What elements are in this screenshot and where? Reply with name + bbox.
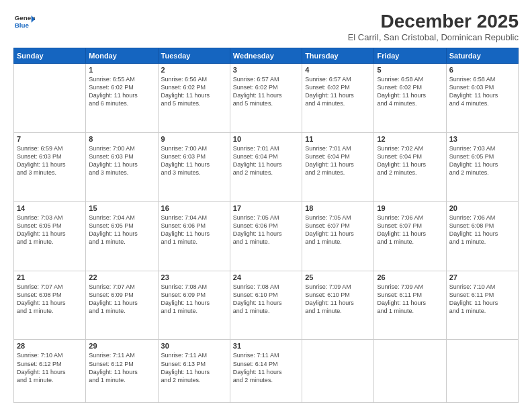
logo-icon: General Blue xyxy=(13,11,35,32)
calendar-cell: 6Sunrise: 6:58 AM Sunset: 6:03 PM Daylig… xyxy=(446,64,518,133)
day-info: Sunrise: 6:58 AM Sunset: 6:02 PM Dayligh… xyxy=(377,75,443,108)
calendar-cell: 24Sunrise: 7:08 AM Sunset: 6:10 PM Dayli… xyxy=(230,271,302,340)
day-number: 4 xyxy=(305,66,371,74)
calendar-cell: 27Sunrise: 7:10 AM Sunset: 6:11 PM Dayli… xyxy=(446,271,518,340)
day-number: 2 xyxy=(161,66,227,74)
day-info: Sunrise: 7:08 AM Sunset: 6:10 PM Dayligh… xyxy=(233,283,299,316)
day-number: 16 xyxy=(161,204,227,212)
day-number: 12 xyxy=(377,135,443,143)
day-number: 17 xyxy=(233,204,299,212)
page: General Blue December 2025 El Carril, Sa… xyxy=(0,0,532,411)
svg-text:Blue: Blue xyxy=(15,21,30,29)
day-number: 6 xyxy=(449,66,515,74)
week-row-3: 21Sunrise: 7:07 AM Sunset: 6:08 PM Dayli… xyxy=(14,271,519,340)
calendar-cell: 26Sunrise: 7:09 AM Sunset: 6:11 PM Dayli… xyxy=(374,271,446,340)
calendar-cell: 14Sunrise: 7:03 AM Sunset: 6:05 PM Dayli… xyxy=(14,201,86,271)
weekday-header-thursday: Thursday xyxy=(302,48,374,64)
calendar-cell: 18Sunrise: 7:05 AM Sunset: 6:07 PM Dayli… xyxy=(302,201,374,271)
weekday-header-saturday: Saturday xyxy=(446,48,518,64)
calendar-cell: 12Sunrise: 7:02 AM Sunset: 6:04 PM Dayli… xyxy=(374,132,446,201)
day-info: Sunrise: 7:04 AM Sunset: 6:05 PM Dayligh… xyxy=(89,214,154,246)
day-info: Sunrise: 7:06 AM Sunset: 6:08 PM Dayligh… xyxy=(449,214,515,246)
day-info: Sunrise: 7:02 AM Sunset: 6:04 PM Dayligh… xyxy=(377,144,443,177)
day-number: 15 xyxy=(89,204,154,212)
calendar-cell: 7Sunrise: 6:59 AM Sunset: 6:03 PM Daylig… xyxy=(14,132,86,201)
day-number: 1 xyxy=(89,66,154,74)
calendar-cell: 13Sunrise: 7:03 AM Sunset: 6:05 PM Dayli… xyxy=(446,132,518,201)
calendar-cell xyxy=(14,64,86,133)
day-info: Sunrise: 7:09 AM Sunset: 6:10 PM Dayligh… xyxy=(305,283,371,316)
calendar-cell: 1Sunrise: 6:55 AM Sunset: 6:02 PM Daylig… xyxy=(86,64,158,133)
day-info: Sunrise: 6:56 AM Sunset: 6:02 PM Dayligh… xyxy=(161,75,227,108)
calendar-cell: 8Sunrise: 7:00 AM Sunset: 6:03 PM Daylig… xyxy=(86,132,158,201)
day-number: 25 xyxy=(305,273,371,281)
calendar-cell: 29Sunrise: 7:11 AM Sunset: 6:12 PM Dayli… xyxy=(86,340,158,403)
day-number: 22 xyxy=(89,273,154,281)
calendar-cell xyxy=(302,340,374,403)
calendar-cell: 23Sunrise: 7:08 AM Sunset: 6:09 PM Dayli… xyxy=(158,271,230,340)
day-number: 23 xyxy=(161,273,227,281)
calendar-cell: 19Sunrise: 7:06 AM Sunset: 6:07 PM Dayli… xyxy=(374,201,446,271)
weekday-header-sunday: Sunday xyxy=(14,48,86,64)
week-row-0: 1Sunrise: 6:55 AM Sunset: 6:02 PM Daylig… xyxy=(14,64,519,133)
calendar-cell xyxy=(374,340,446,403)
calendar-cell: 5Sunrise: 6:58 AM Sunset: 6:02 PM Daylig… xyxy=(374,64,446,133)
day-info: Sunrise: 7:04 AM Sunset: 6:06 PM Dayligh… xyxy=(161,214,227,246)
calendar-cell: 11Sunrise: 7:01 AM Sunset: 6:04 PM Dayli… xyxy=(302,132,374,201)
calendar-cell: 30Sunrise: 7:11 AM Sunset: 6:13 PM Dayli… xyxy=(158,340,230,403)
day-number: 30 xyxy=(161,342,227,350)
day-number: 5 xyxy=(377,66,443,74)
day-number: 10 xyxy=(233,135,299,143)
calendar-cell: 16Sunrise: 7:04 AM Sunset: 6:06 PM Dayli… xyxy=(158,201,230,271)
day-number: 8 xyxy=(89,135,154,143)
calendar-cell: 31Sunrise: 7:11 AM Sunset: 6:14 PM Dayli… xyxy=(230,340,302,403)
day-number: 20 xyxy=(449,204,515,212)
logo: General Blue xyxy=(13,11,35,32)
month-title: December 2025 xyxy=(348,11,519,32)
calendar-cell: 17Sunrise: 7:05 AM Sunset: 6:06 PM Dayli… xyxy=(230,201,302,271)
calendar-cell: 3Sunrise: 6:57 AM Sunset: 6:02 PM Daylig… xyxy=(230,64,302,133)
day-info: Sunrise: 7:06 AM Sunset: 6:07 PM Dayligh… xyxy=(377,214,443,246)
day-number: 13 xyxy=(449,135,515,143)
weekday-header-monday: Monday xyxy=(86,48,158,64)
day-info: Sunrise: 7:10 AM Sunset: 6:11 PM Dayligh… xyxy=(449,283,515,316)
weekday-header-tuesday: Tuesday xyxy=(158,48,230,64)
week-row-1: 7Sunrise: 6:59 AM Sunset: 6:03 PM Daylig… xyxy=(14,132,519,201)
calendar-cell: 2Sunrise: 6:56 AM Sunset: 6:02 PM Daylig… xyxy=(158,64,230,133)
day-info: Sunrise: 6:59 AM Sunset: 6:03 PM Dayligh… xyxy=(17,144,83,177)
day-info: Sunrise: 6:58 AM Sunset: 6:03 PM Dayligh… xyxy=(449,75,515,108)
day-info: Sunrise: 7:00 AM Sunset: 6:03 PM Dayligh… xyxy=(89,144,154,177)
day-info: Sunrise: 6:57 AM Sunset: 6:02 PM Dayligh… xyxy=(233,75,299,108)
calendar-cell: 9Sunrise: 7:00 AM Sunset: 6:03 PM Daylig… xyxy=(158,132,230,201)
day-info: Sunrise: 7:08 AM Sunset: 6:09 PM Dayligh… xyxy=(161,283,227,316)
title-area: December 2025 El Carril, San Cristobal, … xyxy=(348,11,519,42)
weekday-header-friday: Friday xyxy=(374,48,446,64)
day-number: 29 xyxy=(89,342,154,350)
calendar-cell: 25Sunrise: 7:09 AM Sunset: 6:10 PM Dayli… xyxy=(302,271,374,340)
day-info: Sunrise: 7:11 AM Sunset: 6:12 PM Dayligh… xyxy=(89,351,154,384)
day-number: 19 xyxy=(377,204,443,212)
week-row-4: 28Sunrise: 7:10 AM Sunset: 6:12 PM Dayli… xyxy=(14,340,519,403)
day-number: 3 xyxy=(233,66,299,74)
day-info: Sunrise: 7:07 AM Sunset: 6:09 PM Dayligh… xyxy=(89,283,154,316)
day-number: 28 xyxy=(17,342,83,350)
day-info: Sunrise: 7:00 AM Sunset: 6:03 PM Dayligh… xyxy=(161,144,227,177)
day-info: Sunrise: 6:57 AM Sunset: 6:02 PM Dayligh… xyxy=(305,75,371,108)
day-number: 24 xyxy=(233,273,299,281)
day-info: Sunrise: 7:01 AM Sunset: 6:04 PM Dayligh… xyxy=(233,144,299,177)
day-info: Sunrise: 7:05 AM Sunset: 6:07 PM Dayligh… xyxy=(305,214,371,246)
calendar-cell: 20Sunrise: 7:06 AM Sunset: 6:08 PM Dayli… xyxy=(446,201,518,271)
weekday-header-wednesday: Wednesday xyxy=(230,48,302,64)
day-info: Sunrise: 7:11 AM Sunset: 6:13 PM Dayligh… xyxy=(161,351,227,384)
calendar-cell xyxy=(446,340,518,403)
location-title: El Carril, San Cristobal, Dominican Repu… xyxy=(348,32,519,42)
day-info: Sunrise: 7:10 AM Sunset: 6:12 PM Dayligh… xyxy=(17,351,83,384)
day-number: 14 xyxy=(17,204,83,212)
day-info: Sunrise: 7:03 AM Sunset: 6:05 PM Dayligh… xyxy=(17,214,83,246)
day-number: 21 xyxy=(17,273,83,281)
day-info: Sunrise: 7:11 AM Sunset: 6:14 PM Dayligh… xyxy=(233,351,299,384)
calendar-cell: 10Sunrise: 7:01 AM Sunset: 6:04 PM Dayli… xyxy=(230,132,302,201)
calendar-cell: 22Sunrise: 7:07 AM Sunset: 6:09 PM Dayli… xyxy=(86,271,158,340)
calendar-table: SundayMondayTuesdayWednesdayThursdayFrid… xyxy=(13,48,519,403)
weekday-header-row: SundayMondayTuesdayWednesdayThursdayFrid… xyxy=(14,48,519,64)
